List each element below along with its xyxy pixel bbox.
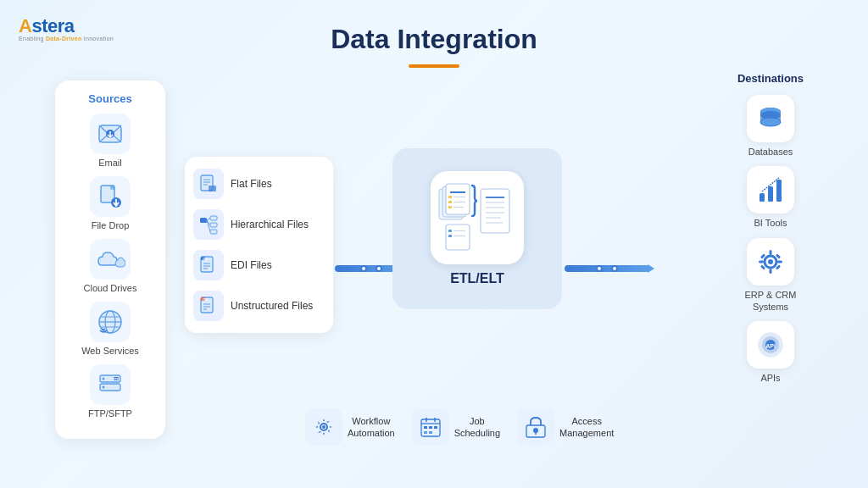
etl-label: ETL/ELT <box>450 271 504 286</box>
arrow-dot-2 <box>376 265 382 272</box>
hierarchical-files-icon <box>193 209 224 240</box>
ftp-sftp-icon: FTP <box>95 372 125 397</box>
cloud-drives-label: Cloud Drives <box>84 283 137 293</box>
svg-point-15 <box>103 378 105 380</box>
svg-text:EDI: EDI <box>203 258 208 261</box>
svg-rect-63 <box>448 235 452 237</box>
svg-rect-49 <box>448 201 452 203</box>
svg-text:API: API <box>765 343 776 349</box>
databases-icon-wrap <box>747 95 794 142</box>
databases-icon <box>755 103 786 134</box>
edi-files-icon: EDI <box>193 250 224 280</box>
access-management-icon <box>524 415 548 439</box>
unstructured-files-item: PDF Unstructured Files <box>193 291 325 321</box>
svg-rect-92 <box>769 250 771 255</box>
email-label: Email <box>98 158 122 168</box>
edi-files-item: EDI EDI Files <box>193 250 325 280</box>
bi-tools-icon-wrap <box>747 166 794 214</box>
svg-rect-72 <box>424 426 427 429</box>
svg-rect-61 <box>448 230 452 232</box>
cloud-drives-icon <box>95 248 125 270</box>
svg-rect-93 <box>769 269 771 274</box>
dest-bi-tools: BI Tools <box>747 166 794 229</box>
svg-point-16 <box>103 386 105 389</box>
flat-files-item: Flat Files <box>193 169 325 199</box>
bi-tools-icon <box>755 175 786 205</box>
file-drop-label: File Drop <box>92 220 130 230</box>
workflow-automation-item: Workflow Automation <box>305 408 395 446</box>
unstructured-files-label: Unstructured Files <box>231 300 313 312</box>
title-underline <box>409 64 459 68</box>
page-title: Data Integration <box>331 24 537 55</box>
svg-rect-88 <box>768 186 773 202</box>
flat-files-label: Flat Files <box>231 178 272 190</box>
filetypes-panel: Flat Files Hierarchical Files EDI <box>185 157 333 333</box>
logo-tagline: Enabling Data-Driven Innovation <box>19 36 114 42</box>
svg-rect-26 <box>210 223 217 227</box>
sources-panel: Sources Email <box>55 80 165 439</box>
ftp-sftp-icon-wrap: FTP <box>90 364 131 405</box>
email-icon-wrap <box>90 114 131 154</box>
arrow-dot-4 <box>611 265 618 272</box>
access-management-label: AccessManagement <box>559 415 614 440</box>
etl-visual-icon <box>435 182 520 254</box>
cloud-drives-icon-wrap <box>90 239 131 280</box>
flat-files-icon <box>193 169 224 199</box>
unstructured-files-icon: PDF <box>193 291 224 321</box>
svg-rect-87 <box>760 193 765 202</box>
etl-icon-wrap <box>431 171 524 264</box>
sources-panel-title: Sources <box>64 92 157 105</box>
job-scheduling-icon-wrap <box>412 408 449 446</box>
dest-databases: Databases <box>747 95 794 158</box>
arrow-dot-3 <box>596 265 603 272</box>
svg-point-67 <box>322 425 326 429</box>
job-scheduling-icon <box>419 415 442 439</box>
email-icon <box>98 125 122 143</box>
destinations-panel: Destinations Databases BI To <box>720 72 821 384</box>
job-scheduling-label: JobScheduling <box>454 415 500 440</box>
svg-rect-95 <box>777 260 782 263</box>
logo: Astera Enabling Data-Driven Innovation <box>19 15 114 42</box>
svg-rect-53 <box>481 189 509 233</box>
dest-apis: API APIs <box>747 321 794 384</box>
svg-rect-76 <box>429 431 432 434</box>
destinations-panel-title: Destinations <box>737 72 804 85</box>
apis-label: APIs <box>760 372 780 384</box>
access-management-item: AccessManagement <box>517 408 614 446</box>
erp-crm-label: ERP & CRMSystems <box>745 289 797 313</box>
source-cloud-drives: Cloud Drives <box>64 239 157 293</box>
svg-text:PDF: PDF <box>203 298 209 302</box>
svg-rect-23 <box>209 186 216 191</box>
erp-crm-icon <box>755 247 786 277</box>
web-services-icon-wrap <box>90 302 131 342</box>
source-file-drop: File Drop <box>64 176 157 230</box>
svg-rect-51 <box>448 206 452 208</box>
source-email: Email <box>64 114 157 168</box>
svg-rect-24 <box>200 218 207 223</box>
svg-rect-25 <box>210 216 217 220</box>
workflow-automation-label: Workflow Automation <box>348 415 395 440</box>
hierarchical-files-label: Hierarchical Files <box>231 219 309 230</box>
workflow-automation-icon-wrap <box>305 408 342 446</box>
etl-panel: ETL/ELT <box>392 148 562 309</box>
bottom-features: Workflow Automation JobScheduling <box>305 408 614 446</box>
svg-rect-45 <box>446 184 470 214</box>
file-drop-icon <box>97 184 123 209</box>
databases-label: Databases <box>748 146 793 158</box>
apis-icon: API <box>755 330 786 360</box>
web-services-label: Web Services <box>81 346 139 356</box>
ftp-sftp-label: FTP/SFTP <box>88 408 132 419</box>
svg-rect-27 <box>210 230 217 234</box>
right-arrow-pipe <box>565 265 649 272</box>
source-ftp-sftp: FTP FTP/SFTP <box>64 364 157 419</box>
apis-icon-wrap: API <box>747 321 794 369</box>
svg-point-91 <box>768 259 773 264</box>
arrow-dot-1 <box>360 265 367 272</box>
dest-erp-crm: ERP & CRMSystems <box>745 238 797 313</box>
hierarchical-files-item: Hierarchical Files <box>193 209 325 240</box>
file-drop-icon-wrap <box>90 176 131 217</box>
right-connector <box>565 257 649 280</box>
edi-files-label: EDI Files <box>231 259 272 271</box>
source-web-services: Web Services <box>64 302 157 356</box>
svg-rect-94 <box>759 260 764 263</box>
